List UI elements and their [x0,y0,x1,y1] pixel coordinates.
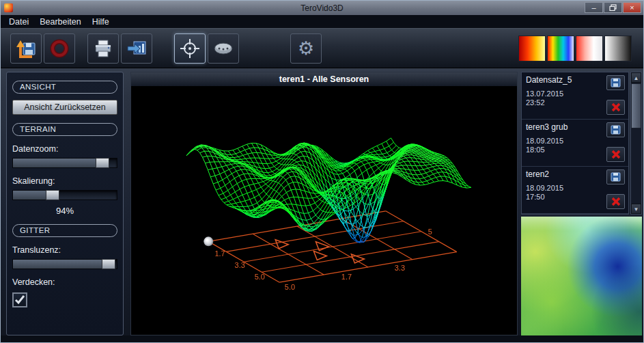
dataset-date: 18.09.2015 [526,137,563,145]
scroll-down-icon[interactable]: ▼ [631,204,641,214]
group-header-gitter: GITTER [12,224,117,237]
dataset-delete-button[interactable] [606,147,625,162]
transluzenz-label: Transluzenz: [12,245,117,255]
export-icon [126,40,147,57]
slider-fill [13,260,109,269]
skalierung-slider[interactable] [12,190,117,200]
settings-button[interactable]: ⚙ [290,33,322,64]
skalierung-label: Skalierung: [12,176,117,186]
floppy-icon [611,172,621,182]
datenzoom-label: Datenzoom: [12,144,117,154]
print-button[interactable] [87,33,119,64]
menu-hilfe[interactable]: Hilfe [87,16,115,28]
palette-grayscale[interactable] [604,36,632,61]
open-file-button[interactable] [10,33,42,64]
restore-icon [609,4,617,11]
slider-thumb[interactable] [102,259,115,269]
titlebar[interactable]: TeroVido3D – × [1,1,643,15]
print-icon [93,40,113,57]
menubar: Datei Bearbeiten Hilfe [1,15,643,28]
check-icon [14,295,25,305]
slider-thumb[interactable] [46,190,59,200]
open-file-icon [15,38,37,59]
sensor-button[interactable] [208,33,239,64]
status-strip [1,335,643,342]
dataset-item: teren2 18.09.2015 17:50 [522,167,628,214]
dataset-save-button[interactable] [606,169,625,184]
dataset-scrollbar[interactable]: ▲ ▼ [630,72,642,215]
reset-view-button[interactable]: Ansicht Zurücksetzen [12,100,117,115]
settings-gear-icon: ⚙ [298,40,314,58]
slider-thumb[interactable] [96,158,109,168]
viewport: teren1 - Alle Sensoren [130,72,518,335]
datenzoom-slider[interactable] [12,158,117,168]
dataset-item: Datensatz_5 13.07.2015 23:52 [522,72,628,120]
dataset-list: Datensatz_5 13.07.2015 23:52 teren3 [521,72,629,215]
floppy-icon [611,125,621,135]
delete-x-icon [611,102,621,112]
crosshair-icon [179,38,201,59]
dataset-delete-button[interactable] [606,100,625,115]
dataset-save-button[interactable] [606,75,625,90]
menu-bearbeiten[interactable]: Bearbeiten [34,16,86,28]
terrain-3d-view[interactable] [131,86,517,335]
palette-red-white[interactable] [576,36,603,61]
dataset-time: 23:52 [526,98,545,107]
dataset-save-button[interactable] [606,122,625,137]
transluzenz-slider[interactable] [12,259,117,269]
palette-spectrum[interactable] [547,36,574,61]
viewport-title: teren1 - Alle Sensoren [131,72,517,86]
window-title: TeroVido3D [1,3,643,13]
menu-datei[interactable]: Datei [3,16,34,28]
app-window: TeroVido3D – × Datei Bearbeiten Hilfe [0,0,644,343]
dataset-date: 13.07.2015 [526,90,563,98]
slider-fill [13,159,102,167]
group-header-ansicht: ANSICHT [12,81,117,94]
floppy-icon [611,78,621,87]
verdecken-checkbox[interactable] [12,292,27,307]
dataset-preview-heatmap [521,217,642,335]
restore-button[interactable] [604,2,622,13]
dataset-time: 17:50 [526,193,545,201]
minimize-button[interactable]: – [585,2,603,13]
center-view-button[interactable] [174,33,206,64]
sensor-icon [212,40,235,57]
verdecken-label: Verdecken: [12,277,117,287]
toolbar: ⚙ [1,28,643,68]
dataset-date: 18.09.2015 [526,184,563,192]
scroll-up-icon[interactable]: ▲ [631,72,641,83]
dataset-item: teren3 grub 18.09.2015 18:05 [522,120,628,167]
delete-x-icon [611,197,621,206]
dataset-time: 18:05 [526,146,545,154]
group-header-terrain: TERRAIN [12,123,117,136]
control-panel: ANSICHT Ansicht Zurücksetzen TERRAIN Dat… [6,72,124,335]
skalierung-readout: 94% [12,206,117,216]
palette-fire[interactable] [518,36,546,61]
scrollbar-thumb[interactable] [631,83,641,128]
delete-x-icon [611,150,621,159]
close-button[interactable]: × [623,2,641,13]
record-icon [48,38,70,59]
export-view-button[interactable] [121,33,152,64]
dataset-delete-button[interactable] [606,194,625,209]
record-button[interactable] [44,33,75,64]
